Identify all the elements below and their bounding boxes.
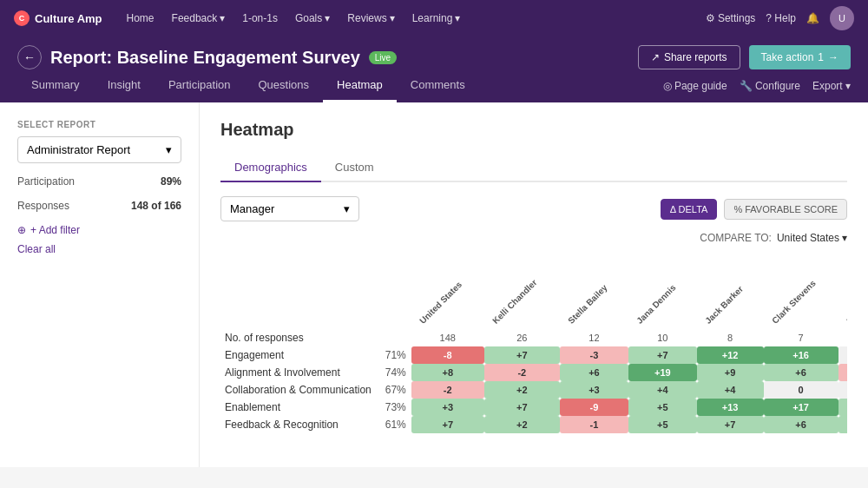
demographic-tabs: Demographics Custom	[220, 154, 847, 182]
heatmap-cell: -2	[484, 364, 560, 381]
nav-1on1s[interactable]: 1-on-1s	[235, 9, 285, 28]
compare-row: COMPARE TO: United States ▾	[220, 232, 847, 244]
delta-toggle[interactable]: Δ DELTA	[661, 199, 718, 220]
response-cell: 6	[838, 329, 847, 346]
share-icon: ↗	[651, 51, 660, 63]
top-nav-right: ⚙ Settings ? Help 🔔 U	[706, 6, 854, 30]
nav-home[interactable]: Home	[120, 9, 161, 28]
heatmap-cell: +3	[560, 381, 628, 399]
heatmap-cell: +6	[764, 364, 838, 381]
plus-icon: ⊕	[17, 224, 26, 236]
help-link[interactable]: ? Help	[766, 12, 796, 24]
col-rebecca: Rebecca Sch...	[838, 251, 847, 329]
tab-participation[interactable]: Participation	[155, 69, 245, 102]
heatmap-cell: +3	[411, 399, 484, 416]
avatar[interactable]: U	[830, 6, 854, 30]
heatmap-pct: 67%	[380, 381, 411, 399]
heatmap-cell: +13	[697, 399, 764, 416]
tab-custom[interactable]: Custom	[321, 154, 388, 182]
heatmap-row-label: Alignment & Involvement	[220, 364, 380, 381]
page-guide-link[interactable]: ◎ Page guide	[663, 80, 727, 92]
configure-link[interactable]: 🔧 Configure	[740, 80, 800, 92]
heatmap-cell: -1	[560, 416, 628, 433]
heatmap-cell: +19	[628, 364, 697, 381]
top-nav: C Culture Amp Home Feedback ▾ 1-on-1s Go…	[0, 0, 868, 36]
take-action-button[interactable]: Take action 1 →	[749, 45, 851, 69]
response-cell: 8	[697, 329, 764, 346]
clear-all-link[interactable]: Clear all	[17, 243, 181, 255]
tab-comments[interactable]: Comments	[397, 69, 479, 102]
heatmap-cell: +7	[411, 416, 484, 433]
brand-name: Culture Amp	[35, 12, 102, 25]
nav-feedback[interactable]: Feedback ▾	[165, 9, 233, 28]
legend-controls: Δ DELTA % FAVORABLE SCORE	[661, 199, 847, 220]
chevron-down-icon: ▾	[166, 143, 172, 156]
tab-heatmap[interactable]: Heatmap	[323, 69, 397, 102]
report-header: ← Report: Baseline Engagement Survey Liv…	[0, 36, 868, 69]
tab-questions[interactable]: Questions	[244, 69, 323, 102]
heatmap-cell: +5	[628, 399, 697, 416]
col-stella: Stella Bailey	[560, 251, 628, 329]
tab-insight[interactable]: Insight	[94, 69, 155, 102]
empty-header	[220, 251, 380, 329]
select-report-label: SELECT REPORT	[17, 120, 181, 129]
response-cell: 7	[764, 329, 838, 346]
sidebar: SELECT REPORT Administrator Report ▾ Par…	[0, 102, 200, 467]
tab-summary[interactable]: Summary	[17, 69, 94, 102]
heatmap-cell: +4	[838, 399, 847, 416]
chevron-down-icon: ▾	[344, 202, 350, 215]
heatmap-pct: 74%	[380, 364, 411, 381]
heatmap-cell: +17	[764, 399, 838, 416]
heatmap-cell: +7	[628, 346, 697, 364]
heatmap-pct: 71%	[380, 346, 411, 364]
header-actions: ↗ Share reports Take action 1 →	[638, 45, 851, 69]
report-selector[interactable]: Administrator Report ▾	[17, 136, 181, 163]
heatmap-cell: +7	[697, 416, 764, 433]
col-kelli: Kelli Chandler	[484, 251, 560, 329]
response-cell: 10	[628, 329, 697, 346]
heatmap-cell: +4	[697, 381, 764, 399]
chevron-down-icon: ▾	[842, 232, 847, 244]
heatmap-row-label: Engagement	[220, 346, 380, 364]
export-link[interactable]: Export ▾	[812, 80, 851, 92]
chevron-down-icon: ▾	[390, 12, 395, 24]
settings-link[interactable]: ⚙ Settings	[706, 12, 756, 24]
nav-learning[interactable]: Learning ▾	[405, 9, 468, 28]
heatmap-cell: +4	[628, 381, 697, 399]
nav-goals[interactable]: Goals ▾	[288, 9, 337, 28]
brand-icon: C	[14, 10, 30, 26]
heatmap-row-label: Collaboration & Communication	[220, 381, 380, 399]
back-button[interactable]: ←	[17, 45, 42, 69]
main-content: SELECT REPORT Administrator Report ▾ Par…	[0, 102, 868, 467]
filter-legend-row: Manager ▾ Δ DELTA % FAVORABLE SCORE	[220, 196, 847, 221]
nav-reviews[interactable]: Reviews ▾	[340, 9, 401, 28]
participation-stat: Participation 89%	[17, 175, 181, 188]
response-cell: 26	[484, 329, 560, 346]
col-jack: Jack Barker	[697, 251, 764, 329]
heatmap-pct: 73%	[380, 399, 411, 416]
tab-demographics[interactable]: Demographics	[220, 154, 321, 182]
content-area: Heatmap Demographics Custom Manager ▾ Δ …	[200, 102, 868, 467]
heatmap-cell: +2	[484, 416, 560, 433]
heatmap-cell: 0	[838, 381, 847, 399]
chevron-down-icon: ▾	[455, 12, 460, 24]
brand-logo[interactable]: C Culture Amp	[14, 10, 102, 26]
heatmap-cell: +8	[411, 364, 484, 381]
sub-nav-right: ◎ Page guide 🔧 Configure Export ▾	[663, 80, 851, 92]
notifications-bell[interactable]: 🔔	[806, 12, 819, 24]
heatmap-cell: +6	[764, 416, 838, 433]
heatmap-cell: -2	[411, 381, 484, 399]
col-clark: Clark Stevens	[764, 251, 838, 329]
heatmap-table: United States Kelli Chandler Stella Bail…	[220, 251, 847, 433]
responses-stat: Responses 148 of 166	[17, 200, 181, 212]
report-title-area: ← Report: Baseline Engagement Survey Liv…	[17, 45, 397, 69]
manager-filter[interactable]: Manager ▾	[220, 196, 359, 221]
heatmap-pct: 61%	[380, 416, 411, 433]
favorable-score-toggle[interactable]: % FAVORABLE SCORE	[724, 199, 847, 220]
arrow-right-icon: →	[828, 51, 838, 63]
share-reports-button[interactable]: ↗ Share reports	[638, 45, 740, 69]
compare-value[interactable]: United States ▾	[777, 232, 847, 244]
add-filter-button[interactable]: ⊕ + Add filter	[17, 224, 181, 236]
heatmap-table-wrap: United States Kelli Chandler Stella Bail…	[220, 251, 847, 433]
heatmap-cell: +16	[764, 346, 838, 364]
